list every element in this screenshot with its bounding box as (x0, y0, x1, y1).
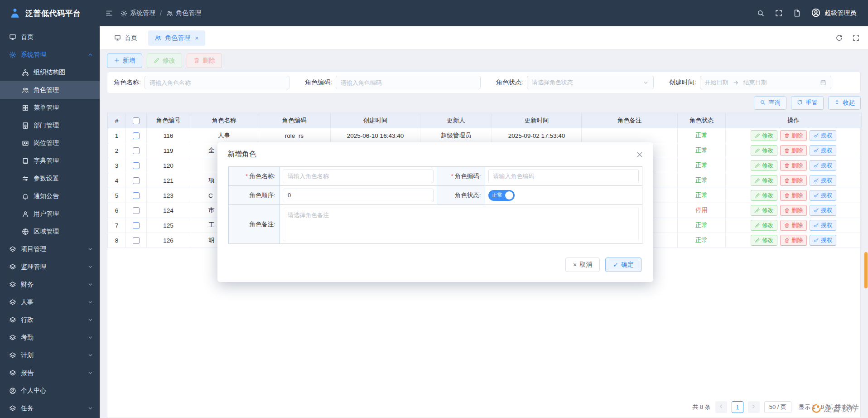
row-delete-button[interactable]: 删除 (780, 220, 807, 231)
edit-button[interactable]: 修改 (147, 53, 182, 68)
date-range-picker[interactable]: 开始日期 结束日期 (700, 76, 831, 89)
row-delete-button[interactable]: 删除 (780, 145, 807, 156)
row-edit-button[interactable]: 修改 (751, 130, 777, 141)
monitor-icon (9, 34, 16, 41)
document-icon[interactable] (793, 9, 801, 17)
trash-icon (784, 163, 790, 168)
tab-role-management[interactable]: 角色管理× (148, 30, 205, 46)
sidebar-item-task[interactable]: 任务 (0, 399, 100, 417)
row-edit-button[interactable]: 修改 (751, 205, 777, 216)
modal-role-code-input[interactable] (488, 170, 639, 183)
row-edit-button[interactable]: 修改 (751, 145, 777, 156)
sidebar-item-plan[interactable]: 计划 (0, 346, 100, 364)
sidebar-item-supervision-management[interactable]: 监理管理 (0, 258, 100, 276)
row-edit-button[interactable]: 修改 (751, 235, 777, 246)
sidebar-item-region-management[interactable]: 区域管理 (0, 223, 100, 240)
chevron-down-icon (87, 246, 93, 252)
layers-icon (9, 246, 16, 253)
row-edit-button[interactable]: 修改 (751, 190, 777, 201)
row-edit-button[interactable]: 修改 (751, 175, 777, 186)
breadcrumb-item[interactable]: 系统管理 (121, 9, 155, 17)
select-all-checkbox[interactable] (133, 117, 140, 124)
row-grant-button[interactable]: 授权 (810, 145, 836, 156)
row-grant-button[interactable]: 授权 (810, 160, 836, 171)
trash-icon (784, 133, 790, 138)
role-name-input[interactable] (145, 76, 289, 89)
sidebar-item-dept-management[interactable]: 部门管理 (0, 117, 100, 134)
breadcrumb-item[interactable]: 角色管理 (166, 9, 201, 17)
tab-close-icon[interactable]: × (195, 34, 199, 42)
row-checkbox[interactable] (133, 177, 140, 184)
row-grant-button[interactable]: 授权 (810, 220, 836, 231)
row-edit-button[interactable]: 修改 (751, 160, 777, 171)
collapse-button[interactable]: 收起 (828, 96, 861, 110)
cancel-button[interactable]: ×取消 (565, 258, 600, 272)
row-delete-button[interactable]: 删除 (780, 190, 807, 201)
row-delete-button[interactable]: 删除 (780, 130, 807, 141)
row-delete-button[interactable]: 删除 (780, 175, 807, 186)
tab-home[interactable]: 首页 (108, 30, 144, 46)
row-checkbox[interactable] (133, 192, 140, 199)
sidebar-item-role-management[interactable]: 角色管理 (0, 81, 100, 99)
refresh-icon[interactable] (835, 34, 843, 42)
sidebar-item-hr[interactable]: 人事 (0, 293, 100, 311)
sidebar-item-home[interactable]: 首页 (0, 28, 100, 46)
close-icon[interactable] (636, 151, 643, 158)
row-grant-button[interactable]: 授权 (810, 190, 836, 201)
modal-role-remark-textarea[interactable] (283, 208, 639, 241)
sidebar-item-system-management[interactable]: 系统管理 (0, 46, 100, 63)
edit-icon (755, 238, 760, 243)
sidebar-item-notice[interactable]: 通知公告 (0, 187, 100, 205)
query-button[interactable]: 查询 (754, 96, 786, 110)
row-edit-button[interactable]: 修改 (751, 220, 777, 231)
add-button[interactable]: 新增 (107, 53, 142, 68)
page-size-select[interactable]: 50 / 页 (764, 401, 791, 413)
sidebar-item-menu-management[interactable]: 菜单管理 (0, 99, 100, 117)
brand[interactable]: 泛普低代码平台 (0, 7, 100, 19)
sidebar-item-user-management[interactable]: 用户管理 (0, 205, 100, 223)
required-asterisk: * (451, 173, 453, 180)
confirm-button[interactable]: ✓确定 (605, 258, 641, 272)
sidebar-item-param-settings[interactable]: 参数设置 (0, 170, 100, 187)
modal-role-order-input[interactable] (283, 189, 434, 202)
role-status-toggle[interactable]: 正常 (488, 190, 515, 201)
sidebar-item-attendance[interactable]: 考勤 (0, 329, 100, 346)
role-code-input[interactable] (336, 76, 481, 89)
sidebar-item-report[interactable]: 报告 (0, 364, 100, 382)
reset-button[interactable]: 重置 (791, 96, 824, 110)
field-label-role-status: 角色状态: (437, 186, 485, 205)
search-icon[interactable] (757, 9, 765, 17)
next-page-button[interactable] (748, 401, 760, 413)
row-grant-button[interactable]: 授权 (810, 205, 836, 216)
row-checkbox[interactable] (133, 237, 140, 244)
sidebar-item-org-chart[interactable]: 组织结构图 (0, 63, 100, 81)
prev-page-button[interactable] (715, 401, 727, 413)
row-checkbox[interactable] (133, 132, 140, 139)
menu-collapse-icon[interactable] (105, 9, 113, 17)
row-checkbox[interactable] (133, 162, 140, 169)
row-delete-button[interactable]: 删除 (780, 160, 807, 171)
gear-icon (9, 51, 16, 58)
row-delete-button[interactable]: 删除 (780, 205, 807, 216)
sidebar-item-personal-center[interactable]: 个人中心 (0, 382, 100, 399)
maximize-icon[interactable] (852, 34, 860, 42)
role-status-select[interactable]: 请选择角色状态 (527, 76, 654, 89)
sidebar-item-administration[interactable]: 行政 (0, 311, 100, 329)
row-checkbox[interactable] (133, 222, 140, 229)
scrollbar-thumb[interactable] (864, 252, 868, 288)
user-menu[interactable]: 超级管理员 (811, 8, 856, 19)
sidebar-item-post-management[interactable]: 岗位管理 (0, 134, 100, 152)
sidebar-item-project-management[interactable]: 项目管理 (0, 240, 100, 258)
sidebar-item-dict-management[interactable]: 字典管理 (0, 152, 100, 170)
page-number[interactable]: 1 (732, 401, 743, 413)
modal-role-name-input[interactable] (283, 170, 434, 183)
sidebar-item-finance[interactable]: 财务 (0, 276, 100, 293)
row-checkbox[interactable] (133, 207, 140, 214)
row-grant-button[interactable]: 授权 (810, 235, 836, 246)
row-grant-button[interactable]: 授权 (810, 130, 836, 141)
fullscreen-icon[interactable] (775, 9, 783, 17)
row-checkbox[interactable] (133, 147, 140, 154)
row-delete-button[interactable]: 删除 (780, 235, 807, 246)
delete-button[interactable]: 删除 (187, 53, 222, 68)
row-grant-button[interactable]: 授权 (810, 175, 836, 186)
